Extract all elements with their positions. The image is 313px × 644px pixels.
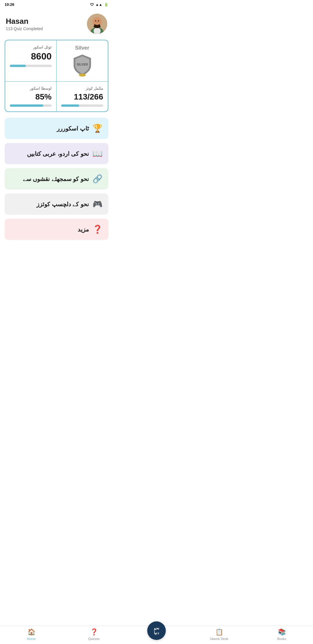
quiz-icon: 🎮: [92, 199, 103, 209]
more-icon: ❓: [92, 225, 103, 234]
status-icons: 🛡 ▲▲ 🔋: [90, 3, 108, 7]
top-scorers-card[interactable]: ٹاپ اسکوررر 🏆: [5, 118, 108, 139]
svg-point-7: [95, 20, 96, 21]
svg-point-11: [79, 74, 86, 77]
more-card[interactable]: مزید ❓: [5, 219, 108, 240]
avg-score-progress-fill: [10, 104, 43, 107]
completed-quiz-cell: مکمل کوئز 113/266: [57, 82, 108, 111]
stats-grid: ٹوٹل اسکور 8600 Silver SILVER: [5, 40, 108, 112]
interesting-quizzes-text: نحو کے دلچسپ کوئزز: [37, 201, 89, 208]
header-text: Hasan 113 Quiz Completed: [6, 17, 43, 31]
books-card[interactable]: نحو کی اردو، عربی کتابیں 📖: [5, 143, 108, 164]
total-score-progress-bg: [10, 65, 52, 67]
badge-label: Silver: [75, 45, 89, 51]
silver-badge-icon: SILVER: [71, 53, 94, 77]
svg-point-6: [93, 17, 101, 25]
avg-score-value: 85%: [35, 92, 52, 102]
header: Hasan 113 Quiz Completed: [0, 9, 113, 40]
top-scorers-text: ٹاپ اسکوررر: [57, 125, 89, 132]
total-score-value: 8600: [31, 51, 52, 62]
completed-quiz-value: 113/266: [74, 92, 103, 102]
menu-section: ٹاپ اسکوررر 🏆 نحو کی اردو، عربی کتابیں 📖…: [5, 118, 108, 240]
diagram-icon: 🔗: [92, 174, 103, 184]
book-icon: 📖: [92, 149, 103, 158]
avg-score-cell: اوسطا اسکور 85%: [5, 82, 57, 111]
quiz-completed-subtitle: 113 Quiz Completed: [6, 26, 43, 31]
username: Hasan: [6, 17, 43, 26]
trophy-icon: 🏆: [92, 124, 103, 133]
svg-text:SILVER: SILVER: [77, 63, 88, 66]
shield-icon: 🛡: [90, 3, 94, 7]
total-score-progress-fill: [10, 65, 26, 67]
avg-score-label: اوسطا اسکور: [30, 86, 52, 91]
status-bar: 10:26 🛡 ▲▲ 🔋: [0, 0, 113, 9]
completed-quiz-progress-bg: [61, 104, 103, 107]
books-text: نحو کی اردو، عربی کتابیں: [27, 150, 89, 157]
badge-cell: Silver SILVER: [57, 40, 108, 82]
interesting-quizzes-card[interactable]: نحو کے دلچسپ کوئزز 🎮: [5, 193, 108, 215]
avatar: [87, 14, 107, 34]
svg-point-8: [98, 20, 99, 21]
svg-point-9: [97, 22, 98, 23]
status-time: 10:26: [5, 2, 14, 7]
completed-quiz-label: مکمل کوئز: [86, 86, 103, 91]
diagrams-text: نحو کو سمجھئے نقشوں سے: [23, 176, 89, 182]
diagrams-card[interactable]: نحو کو سمجھئے نقشوں سے 🔗: [5, 168, 108, 189]
badge-container: Silver SILVER: [71, 45, 94, 77]
signal-icon: ▲▲: [95, 3, 102, 7]
avg-score-progress-bg: [10, 104, 52, 107]
completed-quiz-progress-fill: [61, 104, 79, 107]
more-text: مزید: [78, 226, 89, 233]
total-score-cell: ٹوٹل اسکور 8600: [5, 40, 57, 82]
battery-icon: 🔋: [104, 3, 108, 7]
total-score-label: ٹوٹل اسکور: [33, 45, 52, 49]
